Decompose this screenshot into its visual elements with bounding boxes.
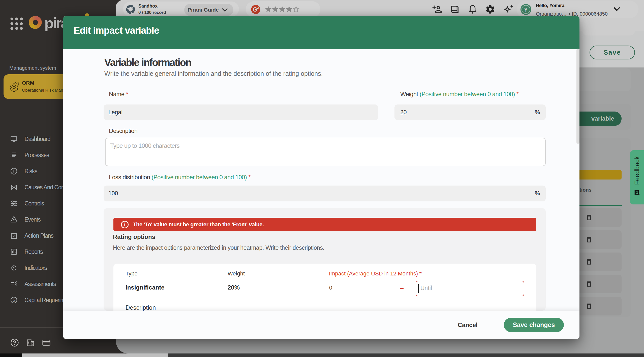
svg-text:$: $ xyxy=(13,298,15,302)
svg-text:2: 2 xyxy=(257,6,259,10)
svg-text:G: G xyxy=(253,6,257,13)
